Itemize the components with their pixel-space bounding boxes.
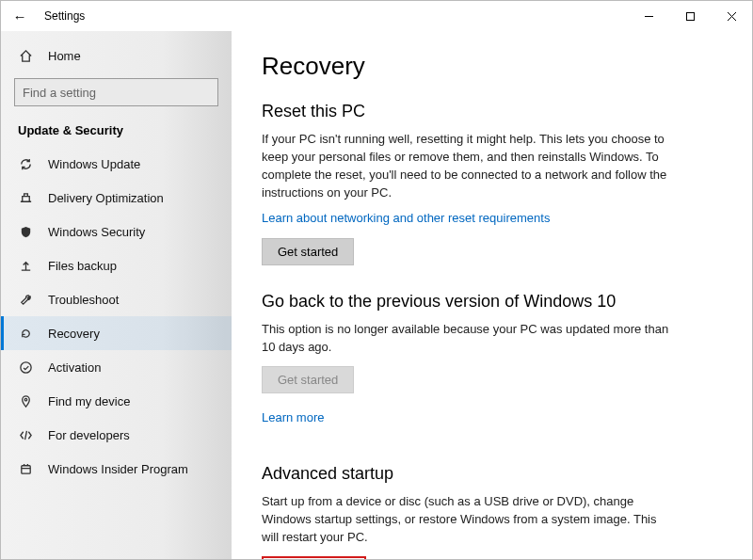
sidebar-item-label: Find my device <box>48 394 130 408</box>
goback-get-started-button: Get started <box>262 366 354 393</box>
sidebar-item-troubleshoot[interactable]: Troubleshoot <box>1 282 232 316</box>
sidebar-item-label: Windows Insider Program <box>48 462 188 476</box>
sidebar-item-for-developers[interactable]: For developers <box>1 418 232 452</box>
sidebar-item-label: Recovery <box>48 327 100 341</box>
sidebar-item-label: Files backup <box>48 259 117 273</box>
svg-point-6 <box>20 361 30 372</box>
sidebar-item-recovery[interactable]: Recovery <box>1 316 232 350</box>
sidebar-home-label: Home <box>48 49 81 63</box>
reset-description: If your PC isn't running well, resetting… <box>262 131 676 201</box>
goback-learn-more-link[interactable]: Learn more <box>262 410 324 424</box>
upload-icon <box>18 259 33 273</box>
sidebar-home[interactable]: Home <box>1 39 232 72</box>
sidebar-item-windows-update[interactable]: Windows Update <box>1 147 232 181</box>
developer-icon <box>18 428 33 442</box>
reset-get-started-button[interactable]: Get started <box>262 238 354 265</box>
sidebar-item-backup[interactable]: Files backup <box>1 248 232 282</box>
delivery-icon <box>18 191 33 205</box>
advanced-heading: Advanced startup <box>262 464 722 484</box>
highlight-box: Restart now <box>262 556 366 559</box>
sidebar-item-label: For developers <box>48 428 130 442</box>
sidebar-item-find-my-device[interactable]: Find my device <box>1 384 232 418</box>
section-reset-pc: Reset this PC If your PC isn't running w… <box>262 102 722 265</box>
sidebar-item-label: Troubleshoot <box>48 293 119 307</box>
svg-rect-8 <box>21 465 29 472</box>
svg-point-7 <box>24 398 26 400</box>
location-icon <box>18 394 33 408</box>
window-title: Settings <box>44 9 85 23</box>
wrench-icon <box>18 293 33 307</box>
content-pane: Recovery Reset this PC If your PC isn't … <box>232 31 752 559</box>
check-circle-icon <box>18 360 33 375</box>
sidebar-item-windows-security[interactable]: Windows Security <box>1 215 232 248</box>
sidebar-item-label: Windows Security <box>48 225 145 239</box>
sidebar-item-label: Activation <box>48 360 101 375</box>
close-button[interactable] <box>711 2 752 30</box>
section-go-back: Go back to the previous version of Windo… <box>262 292 722 438</box>
page-title: Recovery <box>262 52 722 81</box>
sidebar: Home Find a setting Update & Security Wi… <box>1 31 232 559</box>
sidebar-item-label: Delivery Optimization <box>48 191 164 205</box>
goback-description: This option is no longer available becau… <box>262 321 676 357</box>
search-input[interactable]: Find a setting <box>14 78 218 106</box>
shield-icon <box>18 225 33 239</box>
reset-heading: Reset this PC <box>262 102 722 121</box>
sync-icon <box>18 157 33 171</box>
sidebar-item-activation[interactable]: Activation <box>1 350 232 384</box>
recovery-icon <box>18 327 33 341</box>
minimize-button[interactable] <box>628 2 669 30</box>
sidebar-item-label: Windows Update <box>48 157 140 171</box>
maximize-button[interactable] <box>669 2 711 30</box>
reset-learn-link[interactable]: Learn about networking and other reset r… <box>262 211 550 225</box>
sidebar-section-title: Update & Security <box>1 116 232 147</box>
svg-rect-1 <box>686 12 694 20</box>
section-advanced-startup: Advanced startup Start up from a device … <box>262 464 722 559</box>
insider-icon <box>18 462 33 476</box>
back-button[interactable]: ← <box>10 8 29 24</box>
sidebar-item-delivery-optimization[interactable]: Delivery Optimization <box>1 181 232 215</box>
sidebar-item-insider[interactable]: Windows Insider Program <box>1 452 232 486</box>
title-bar: ← Settings <box>1 1 752 31</box>
advanced-description: Start up from a device or disc (such as … <box>262 493 676 547</box>
search-placeholder: Find a setting <box>23 86 96 100</box>
goback-heading: Go back to the previous version of Windo… <box>262 292 722 312</box>
home-icon <box>18 49 33 63</box>
